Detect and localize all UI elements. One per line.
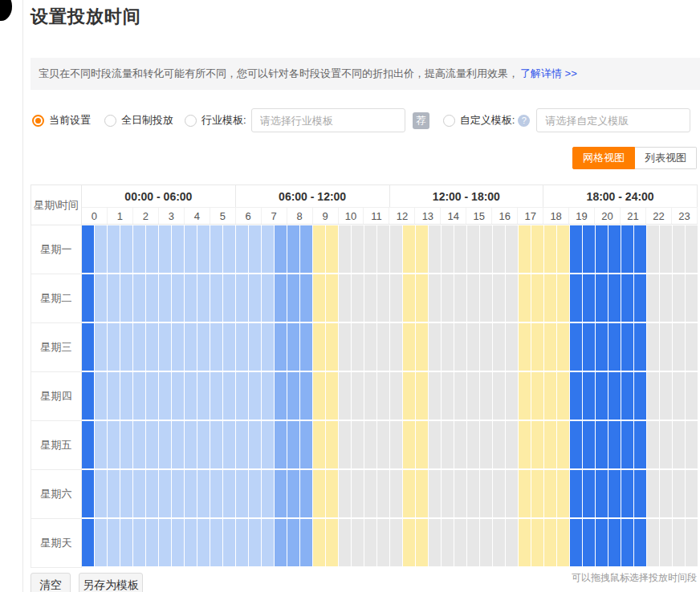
time-slot-cell[interactable] bbox=[275, 421, 287, 468]
time-slot-cell[interactable] bbox=[557, 225, 569, 273]
time-slot-cell[interactable] bbox=[172, 274, 184, 322]
time-slot-cell[interactable] bbox=[506, 519, 518, 566]
time-slot-cell[interactable] bbox=[454, 274, 466, 322]
time-slot-cell[interactable] bbox=[287, 323, 299, 371]
time-slot-cell[interactable] bbox=[185, 470, 197, 517]
time-slot-cell[interactable] bbox=[146, 421, 158, 468]
time-slot-cell[interactable] bbox=[608, 372, 621, 420]
radio-current-checked-icon[interactable] bbox=[32, 115, 44, 127]
time-slot-cell[interactable] bbox=[403, 421, 415, 468]
time-slot-cell[interactable] bbox=[647, 470, 659, 517]
time-slot-cell[interactable] bbox=[544, 421, 556, 468]
time-slot-cell[interactable] bbox=[544, 519, 556, 566]
time-slot-cell[interactable] bbox=[570, 225, 582, 273]
time-slot-cell[interactable] bbox=[673, 421, 685, 468]
time-slot-cell[interactable] bbox=[390, 323, 402, 371]
time-slot-cell[interactable] bbox=[454, 225, 466, 273]
time-slot-cell[interactable] bbox=[249, 225, 261, 273]
time-slot-cell[interactable] bbox=[262, 519, 274, 566]
time-slot-cell[interactable] bbox=[403, 372, 415, 420]
time-slot-cell[interactable] bbox=[326, 519, 338, 566]
time-slot-cell[interactable] bbox=[133, 519, 145, 566]
time-slot-cell[interactable] bbox=[660, 519, 672, 566]
time-slot-cell[interactable] bbox=[531, 421, 543, 468]
time-slot-cell[interactable] bbox=[172, 470, 184, 517]
time-slot-cell[interactable] bbox=[416, 470, 428, 517]
time-slot-cell[interactable] bbox=[390, 225, 402, 273]
time-slot-cell[interactable] bbox=[686, 225, 698, 273]
time-slot-cell[interactable] bbox=[377, 421, 389, 468]
time-slot-cell[interactable] bbox=[621, 323, 633, 371]
time-slot-cell[interactable] bbox=[467, 519, 479, 566]
time-slot-cell[interactable] bbox=[531, 225, 543, 273]
time-slot-cell[interactable] bbox=[120, 274, 132, 322]
time-slot-cell[interactable] bbox=[108, 421, 120, 468]
time-slot-cell[interactable] bbox=[519, 372, 531, 420]
time-slot-cell[interactable] bbox=[442, 323, 454, 371]
time-slot-cell[interactable] bbox=[416, 323, 428, 371]
time-slot-cell[interactable] bbox=[210, 470, 222, 517]
time-slot-cell[interactable] bbox=[647, 323, 659, 371]
time-slot-cell[interactable] bbox=[326, 274, 338, 322]
time-slot-cell[interactable] bbox=[596, 274, 608, 322]
time-slot-cell[interactable] bbox=[531, 372, 543, 420]
time-slot-cell[interactable] bbox=[82, 470, 94, 517]
time-slot-cell[interactable] bbox=[673, 225, 685, 273]
time-slot-cell[interactable] bbox=[172, 372, 184, 420]
time-slot-cell[interactable] bbox=[339, 274, 351, 322]
time-slot-cell[interactable] bbox=[313, 519, 325, 566]
time-slot-cell[interactable] bbox=[673, 372, 685, 420]
time-slot-cell[interactable] bbox=[377, 372, 389, 420]
time-slot-cell[interactable] bbox=[686, 421, 698, 468]
grid-view-button[interactable]: 网格视图 bbox=[572, 147, 635, 169]
time-slot-cell[interactable] bbox=[108, 372, 120, 420]
time-slot-cell[interactable] bbox=[364, 274, 376, 322]
time-slot-cell[interactable] bbox=[531, 470, 543, 517]
mode-fullday[interactable]: 全日制投放 bbox=[104, 113, 173, 128]
time-slot-cell[interactable] bbox=[236, 372, 248, 420]
time-slot-cell[interactable] bbox=[531, 323, 543, 371]
time-slot-cell[interactable] bbox=[236, 421, 248, 468]
time-slot-cell[interactable] bbox=[403, 323, 415, 371]
time-slot-cell[interactable] bbox=[352, 421, 364, 468]
time-slot-cell[interactable] bbox=[454, 470, 466, 517]
time-slot-cell[interactable] bbox=[403, 519, 415, 566]
time-slot-cell[interactable] bbox=[197, 421, 210, 468]
time-slot-cell[interactable] bbox=[647, 519, 659, 566]
time-slot-cell[interactable] bbox=[454, 519, 466, 566]
time-slot-cell[interactable] bbox=[339, 323, 351, 371]
time-slot-cell[interactable] bbox=[429, 421, 441, 468]
time-slot-cell[interactable] bbox=[287, 274, 299, 322]
time-slot-cell[interactable] bbox=[673, 470, 685, 517]
time-slot-cell[interactable] bbox=[95, 519, 107, 566]
time-slot-cell[interactable] bbox=[403, 225, 415, 273]
time-slot-cell[interactable] bbox=[570, 323, 582, 371]
time-slot-cell[interactable] bbox=[429, 225, 441, 273]
time-slot-cell[interactable] bbox=[634, 225, 646, 273]
time-slot-cell[interactable] bbox=[390, 470, 402, 517]
time-slot-cell[interactable] bbox=[660, 323, 672, 371]
time-slot-cell[interactable] bbox=[159, 274, 171, 322]
time-slot-cell[interactable] bbox=[210, 421, 222, 468]
time-slot-cell[interactable] bbox=[621, 519, 633, 566]
time-slot-cell[interactable] bbox=[364, 225, 376, 273]
time-slot-cell[interactable] bbox=[210, 372, 222, 420]
time-slot-cell[interactable] bbox=[570, 421, 582, 468]
time-slot-cell[interactable] bbox=[364, 421, 376, 468]
time-slot-cell[interactable] bbox=[429, 470, 441, 517]
mode-custom[interactable]: 自定义模板: bbox=[443, 113, 515, 128]
time-slot-cell[interactable] bbox=[300, 372, 312, 420]
time-slot-cell[interactable] bbox=[326, 323, 338, 371]
time-slot-cell[interactable] bbox=[454, 323, 466, 371]
time-slot-cell[interactable] bbox=[596, 519, 608, 566]
time-slot-cell[interactable] bbox=[493, 421, 505, 468]
time-slot-cell[interactable] bbox=[313, 323, 325, 371]
time-slot-cell[interactable] bbox=[660, 372, 672, 420]
time-slot-cell[interactable] bbox=[686, 470, 698, 517]
time-slot-cell[interactable] bbox=[493, 470, 505, 517]
time-slot-cell[interactable] bbox=[313, 470, 325, 517]
time-slot-cell[interactable] bbox=[287, 470, 299, 517]
time-slot-cell[interactable] bbox=[544, 372, 556, 420]
time-slot-cell[interactable] bbox=[82, 274, 94, 322]
industry-template-input[interactable] bbox=[251, 108, 405, 132]
